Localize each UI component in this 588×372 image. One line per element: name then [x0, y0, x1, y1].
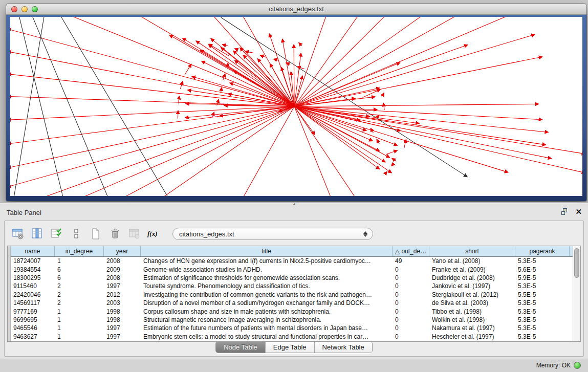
- table-scrollbar[interactable]: [573, 246, 580, 341]
- table-row[interactable]: 1872400712008Changes of HCN gene express…: [11, 257, 573, 265]
- graph-edge: [299, 42, 302, 46]
- cell-short: Dudbridge et al. (2008): [429, 274, 515, 281]
- cell-short: de Silva et al. (2003): [429, 299, 515, 307]
- row-height-icon[interactable]: [68, 226, 84, 242]
- column-header-in_degree[interactable]: in_degree: [55, 246, 104, 256]
- cell-short: Tibbo et al. (1998): [429, 308, 515, 315]
- cell-title: Corpus callosum shape and size in male p…: [141, 308, 393, 315]
- table-row[interactable]: 946554611997Estimation of the future num…: [11, 324, 573, 332]
- cell-title: Estimation of the future numbers of pati…: [141, 324, 393, 332]
- table-row[interactable]: 1830029562008Estimation of significance …: [11, 274, 573, 282]
- cell-pagerank: 5.9E-5: [515, 274, 570, 281]
- tab-edge-table[interactable]: Edge Table: [266, 342, 315, 353]
- cell-title: Investigating the contribution of common…: [141, 291, 393, 298]
- cell-in_degree: 1: [55, 324, 104, 332]
- cell-in_degree: 1: [55, 316, 104, 323]
- cell-short: Stergiakouli et al. (2012): [429, 291, 515, 298]
- cell-name: 22420046: [11, 291, 55, 298]
- table-row[interactable]: 946362711997Embryonic stem cells: a mode…: [11, 333, 573, 341]
- table-selector-dropdown[interactable]: citations_edges.txt: [172, 228, 373, 240]
- graph-edge: [221, 87, 222, 93]
- column-header-year[interactable]: year: [104, 246, 141, 256]
- graph-edge: [385, 171, 387, 173]
- cell-name: 9115460: [11, 282, 55, 290]
- column-header-short[interactable]: short: [429, 246, 515, 256]
- citation-graph[interactable]: [10, 17, 582, 196]
- graph-edge: [382, 93, 384, 96]
- window-titlebar[interactable]: citations_edges.txt: [6, 4, 586, 15]
- function-builder-icon[interactable]: f(x): [146, 226, 162, 242]
- tab-network-table[interactable]: Network Table: [315, 342, 372, 353]
- graph-edge: [169, 35, 294, 106]
- table-panel-title: Table Panel: [7, 209, 41, 216]
- table-row[interactable]: 911546021997Tourette syndrome. Phenomeno…: [11, 282, 573, 290]
- table-row[interactable]: 2242004622012Investigating the contribut…: [11, 291, 573, 299]
- cell-out_degree: 0: [393, 274, 429, 281]
- cell-pagerank: 5.3E-5: [515, 333, 570, 340]
- table-options-icon[interactable]: [10, 226, 26, 242]
- graph-edge: [117, 106, 294, 196]
- graph-edge: [221, 17, 468, 177]
- cell-pagerank: 5.3E-5: [515, 308, 570, 315]
- graph-edge: [294, 45, 468, 106]
- cell-name: 19384554: [11, 266, 55, 273]
- column-header-out_degree[interactable]: △ out_de…: [393, 246, 429, 256]
- cell-year: 1997: [104, 282, 141, 290]
- table-panel: Table Panel ✕: [0, 205, 588, 359]
- cell-short: Franke et al. (2009): [429, 266, 515, 273]
- graph-edge: [209, 44, 229, 56]
- select-rows-icon[interactable]: [49, 226, 65, 242]
- graph-edge: [59, 17, 170, 196]
- table-row[interactable]: 969969511998Structural magnetic resonanc…: [11, 316, 573, 324]
- graph-edge: [222, 45, 228, 46]
- column-header-title[interactable]: title: [141, 246, 393, 256]
- cell-pagerank: 5.6E-5: [515, 266, 570, 273]
- import-table-icon: [126, 226, 143, 242]
- graph-edge: [294, 17, 461, 106]
- cell-title: Tourette syndrome. Phenomenology and cla…: [141, 282, 393, 290]
- graph-edge: [178, 111, 178, 119]
- graph-edge: [294, 45, 294, 106]
- graph-edge: [294, 106, 398, 145]
- table-row[interactable]: 1938455462009Genome-wide association stu…: [11, 265, 573, 273]
- cell-out_degree: 0: [393, 282, 429, 290]
- graph-edge: [196, 41, 294, 106]
- column-header-name[interactable]: name: [11, 246, 55, 256]
- memory-ok-indicator: [574, 362, 581, 369]
- cell-year: 2008: [104, 274, 141, 281]
- cell-out_degree: 0: [393, 333, 429, 340]
- close-panel-icon[interactable]: ✕: [575, 208, 582, 215]
- graph-edge: [192, 76, 294, 106]
- cell-in_degree: 1: [55, 308, 104, 315]
- new-column-icon[interactable]: [88, 226, 104, 242]
- cell-title: Changes of HCN gene expression and I(f) …: [141, 257, 393, 265]
- table-panel-header: Table Panel ✕: [0, 205, 588, 220]
- cell-out_degree: 0: [393, 299, 429, 307]
- graph-edge: [286, 63, 290, 64]
- window-title: citations_edges.txt: [6, 5, 586, 13]
- graph-edge: [294, 106, 542, 120]
- cell-name: 9463627: [11, 333, 55, 340]
- scrollbar-thumb[interactable]: [574, 248, 579, 278]
- column-header-pagerank[interactable]: pagerank: [515, 246, 570, 256]
- cell-in_degree: 2: [55, 299, 104, 307]
- graph-edge: [377, 139, 379, 144]
- tab-node-table[interactable]: Node Table: [216, 342, 266, 353]
- graph-edge: [269, 34, 294, 106]
- float-panel-icon[interactable]: [561, 208, 568, 215]
- show-columns-icon[interactable]: [29, 226, 46, 242]
- cell-pagerank: 5.3E-5: [515, 299, 570, 307]
- graph-edge: [208, 45, 294, 106]
- cell-in_degree: 6: [55, 266, 104, 273]
- delete-column-icon[interactable]: [107, 226, 123, 242]
- cell-name: 9777169: [11, 308, 55, 315]
- cell-pagerank: 5.5E-5: [515, 291, 570, 298]
- network-view-frame: [6, 15, 586, 201]
- cell-title: Genome-wide association studies in ADHD.: [141, 266, 393, 273]
- graph-edge: [227, 63, 228, 67]
- table-row[interactable]: 977716911998Corpus callosum shape and si…: [11, 307, 573, 315]
- table-row[interactable]: 1456911722003Disruption of a novel membe…: [11, 299, 573, 307]
- graph-edge: [18, 17, 64, 196]
- network-canvas[interactable]: [10, 17, 582, 196]
- graph-edge: [10, 106, 294, 120]
